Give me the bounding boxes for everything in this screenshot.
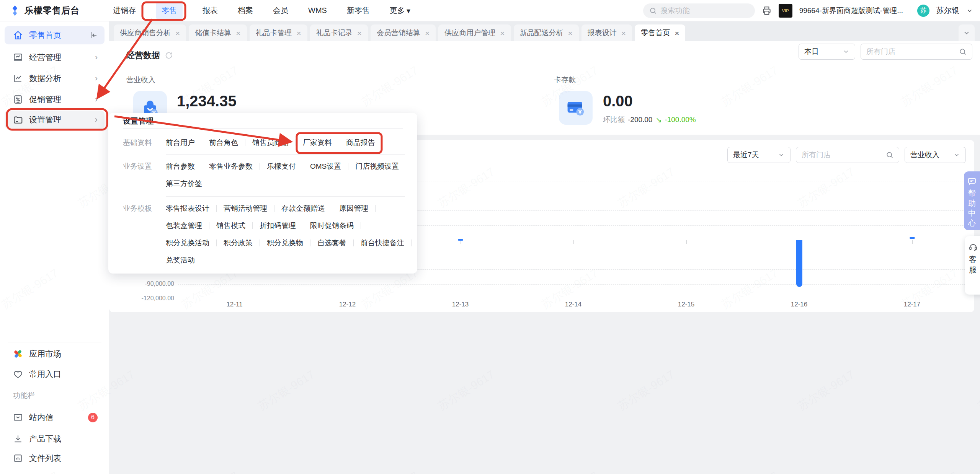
popup-menu-item-积分政策[interactable]: 积分政策 bbox=[224, 238, 253, 248]
nav-item-会员[interactable]: 会员 bbox=[273, 5, 288, 16]
popup-menu-item-前台用户[interactable]: 前台用户 bbox=[166, 138, 195, 148]
popup-menu-item-自选套餐[interactable]: 自选套餐 bbox=[317, 238, 346, 248]
kpi-card-deposit-value: 0.00 bbox=[603, 93, 633, 110]
popup-menu-item-限时促销条码[interactable]: 限时促销条码 bbox=[310, 221, 354, 231]
promo-tag-icon bbox=[13, 94, 23, 104]
help-center-tab[interactable]: 帮助中心 bbox=[964, 171, 980, 230]
folder-icon bbox=[13, 115, 23, 125]
sidebar-item-label: 应用市场 bbox=[29, 349, 61, 359]
popup-menu-item-折扣码管理[interactable]: 折扣码管理 bbox=[260, 221, 296, 231]
print-icon[interactable] bbox=[762, 6, 772, 16]
sidebar-item-file-list[interactable]: 文件列表 bbox=[5, 449, 105, 467]
main-menu: 进销存零售报表档案会员WMS新零售更多▾ bbox=[113, 2, 410, 19]
tenant-logo[interactable]: VIP bbox=[779, 4, 792, 18]
bar-12-13[interactable] bbox=[458, 239, 463, 241]
close-tab-icon[interactable]: × bbox=[675, 29, 679, 37]
bar-12-17[interactable] bbox=[910, 237, 915, 239]
divider bbox=[166, 196, 405, 197]
nav-item-档案[interactable]: 档案 bbox=[238, 5, 253, 16]
close-tab-icon[interactable]: × bbox=[568, 29, 573, 37]
tab-新品配送分析[interactable]: 新品配送分析× bbox=[514, 24, 579, 41]
nav-item-WMS[interactable]: WMS bbox=[308, 6, 327, 15]
date-range-select[interactable]: 本日 bbox=[799, 44, 855, 60]
customer-service-tab[interactable]: 客服 bbox=[965, 236, 980, 295]
nav-item-零售[interactable]: 零售 bbox=[156, 2, 183, 19]
nav-item-新零售[interactable]: 新零售 bbox=[347, 5, 370, 16]
popup-menu-item-厂家资料[interactable]: 厂家资料 bbox=[303, 138, 332, 148]
sidebar-item-inbox[interactable]: 站内信 6 bbox=[5, 408, 105, 427]
avatar[interactable]: 苏 bbox=[917, 5, 929, 17]
popup-menu-row: 兑奖活动 bbox=[166, 253, 418, 267]
tab-供应商销售分析[interactable]: 供应商销售分析× bbox=[114, 24, 186, 41]
popup-menu-item-兑奖活动[interactable]: 兑奖活动 bbox=[166, 255, 195, 265]
popup-menu-item-包装盒管理[interactable]: 包装盒管理 bbox=[166, 221, 202, 231]
popup-menu-item-商品报告[interactable]: 商品报告 bbox=[346, 138, 375, 148]
close-tab-icon[interactable]: × bbox=[236, 29, 240, 37]
popup-menu-item-乐檬支付[interactable]: 乐檬支付 bbox=[267, 161, 296, 171]
sidebar-item-label: 促销管理 bbox=[29, 94, 61, 105]
sidebar-item-favorites[interactable]: 常用入口 bbox=[5, 365, 105, 383]
popup-menu-item-原因管理[interactable]: 原因管理 bbox=[339, 204, 368, 213]
bar-12-16[interactable] bbox=[796, 240, 802, 287]
tab-overflow-button[interactable] bbox=[959, 24, 975, 41]
chevron-down-icon bbox=[843, 48, 849, 55]
tab-会员营销结算[interactable]: 会员营销结算× bbox=[371, 24, 436, 41]
sidebar-item-settings-mgmt[interactable]: 设置管理 › bbox=[5, 111, 105, 129]
sidebar-item-app-market[interactable]: 应用市场 bbox=[5, 345, 105, 363]
chevron-down-icon[interactable] bbox=[966, 7, 973, 14]
popup-menu-item-前台角色[interactable]: 前台角色 bbox=[209, 138, 238, 148]
popup-menu-item-营销活动管理[interactable]: 营销活动管理 bbox=[224, 204, 267, 213]
close-tab-icon[interactable]: × bbox=[297, 29, 301, 37]
popup-menu-row: 前台用户前台角色销售员商品厂家资料商品报告 bbox=[166, 136, 375, 150]
popup-menu-item-第三方价签[interactable]: 第三方价签 bbox=[166, 179, 202, 189]
nav-item-更多[interactable]: 更多▾ bbox=[390, 5, 410, 16]
app-logo: 乐檬零售后台 bbox=[9, 5, 80, 16]
nav-item-进销存[interactable]: 进销存 bbox=[113, 5, 136, 16]
sidebar-item-promotion-mgmt[interactable]: 促销管理 › bbox=[5, 90, 105, 109]
unread-badge: 6 bbox=[88, 413, 98, 422]
popup-menu-item-零售报表设计[interactable]: 零售报表设计 bbox=[166, 204, 209, 213]
tab-零售首页[interactable]: 零售首页× bbox=[635, 24, 685, 41]
overview-title: 经营数据 bbox=[126, 50, 160, 61]
popup-menu-item-积分兑换物[interactable]: 积分兑换物 bbox=[267, 238, 303, 248]
popup-menu-item-积分兑换活动[interactable]: 积分兑换活动 bbox=[166, 238, 209, 248]
close-tab-icon[interactable]: × bbox=[357, 29, 362, 37]
popup-menu-item-门店视频设置[interactable]: 门店视频设置 bbox=[355, 161, 399, 171]
x-axis-tick bbox=[686, 240, 687, 244]
close-tab-icon[interactable]: × bbox=[175, 29, 180, 37]
popup-menu-item-销售员商品[interactable]: 销售员商品 bbox=[252, 138, 289, 148]
sidebar-section-label: 功能栏 bbox=[13, 391, 35, 401]
line-chart-icon bbox=[13, 73, 23, 83]
store-filter-input[interactable]: 所有门店 bbox=[861, 44, 972, 60]
sidebar-item-product-download[interactable]: 产品下载 bbox=[5, 430, 105, 448]
sidebar: 零售首页 经营管理 › 数据分析 › 促销管理 › 设置管理 › 应用市场 常用… bbox=[0, 21, 109, 474]
popup-menu-item-OMS设置[interactable]: OMS设置 bbox=[310, 161, 341, 171]
settings-mega-menu: 设置管理 基础资料前台用户前台角色销售员商品厂家资料商品报告业务设置前台参数零售… bbox=[108, 113, 417, 274]
close-tab-icon[interactable]: × bbox=[500, 29, 505, 37]
collapse-sidebar-icon[interactable] bbox=[88, 31, 98, 40]
global-search-input[interactable]: 搜索功能 bbox=[643, 3, 755, 18]
nav-item-报表[interactable]: 报表 bbox=[203, 5, 218, 16]
tab-报表设计[interactable]: 报表设计× bbox=[581, 24, 632, 41]
sidebar-item-data-analysis[interactable]: 数据分析 › bbox=[5, 69, 105, 88]
sidebar-item-label: 零售首页 bbox=[29, 30, 61, 41]
compare-percent: -100.00% bbox=[665, 116, 696, 124]
sidebar-item-business-mgmt[interactable]: 经营管理 › bbox=[5, 48, 105, 67]
tab-储值卡结算[interactable]: 储值卡结算× bbox=[189, 24, 247, 41]
tab-礼品卡管理[interactable]: 礼品卡管理× bbox=[250, 24, 307, 41]
refresh-icon[interactable] bbox=[165, 51, 173, 60]
username[interactable]: 苏尔银 bbox=[936, 5, 959, 16]
tab-label: 供应商销售分析 bbox=[120, 28, 171, 38]
close-tab-icon[interactable]: × bbox=[621, 29, 626, 37]
popup-menu-item-销售模式[interactable]: 销售模式 bbox=[216, 221, 245, 231]
popup-menu-item-前台快捷备注[interactable]: 前台快捷备注 bbox=[361, 238, 404, 248]
popup-menu-item-前台参数[interactable]: 前台参数 bbox=[166, 161, 195, 171]
tenant-name[interactable]: 99664-新界面商超版测试-管理... bbox=[799, 6, 903, 16]
popup-menu-item-零售业务参数[interactable]: 零售业务参数 bbox=[209, 161, 253, 171]
close-tab-icon[interactable]: × bbox=[425, 29, 430, 37]
tab-礼品卡记录[interactable]: 礼品卡记录× bbox=[310, 24, 368, 41]
sidebar-item-home[interactable]: 零售首页 bbox=[5, 26, 105, 44]
divider bbox=[8, 342, 101, 342]
popup-menu-item-存款金额赠送[interactable]: 存款金额赠送 bbox=[281, 204, 325, 213]
tab-供应商用户管理[interactable]: 供应商用户管理× bbox=[438, 24, 511, 41]
